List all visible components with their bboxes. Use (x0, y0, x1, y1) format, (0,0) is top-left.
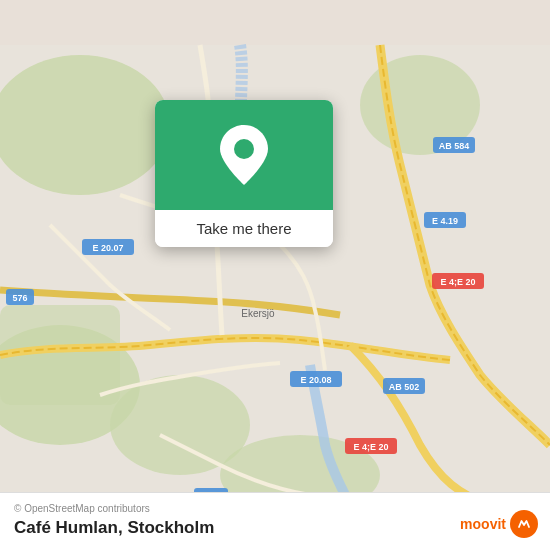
moovit-logo[interactable]: moovit (460, 510, 538, 538)
location-separator: , (118, 518, 127, 537)
svg-text:E 4.19: E 4.19 (432, 216, 458, 226)
svg-text:E 4;E 20: E 4;E 20 (353, 442, 388, 452)
svg-text:AB 584: AB 584 (439, 141, 470, 151)
svg-text:576: 576 (12, 293, 27, 303)
location-name: Café Humlan (14, 518, 118, 537)
location-pin-icon (220, 125, 268, 185)
popup-card: Take me there (155, 100, 333, 247)
take-me-there-button[interactable]: Take me there (155, 210, 333, 247)
svg-text:E 4;E 20: E 4;E 20 (440, 277, 475, 287)
moovit-icon (510, 510, 538, 538)
location-city: Stockholm (127, 518, 214, 537)
map-background: E 20.07 576 E 4.19 E 4;E 20 E 20.08 AB 5… (0, 0, 550, 550)
map-container: E 20.07 576 E 4.19 E 4;E 20 E 20.08 AB 5… (0, 0, 550, 550)
svg-point-27 (234, 139, 254, 159)
svg-text:E 20.08: E 20.08 (300, 375, 331, 385)
location-title: Café Humlan, Stockholm (14, 518, 536, 538)
popup-pin-area (155, 100, 333, 210)
svg-text:E 20.07: E 20.07 (92, 243, 123, 253)
svg-text:Ekersjö: Ekersjö (241, 308, 275, 319)
svg-text:AB 502: AB 502 (389, 382, 420, 392)
map-attribution: © OpenStreetMap contributors (14, 503, 536, 514)
moovit-text: moovit (460, 516, 506, 532)
